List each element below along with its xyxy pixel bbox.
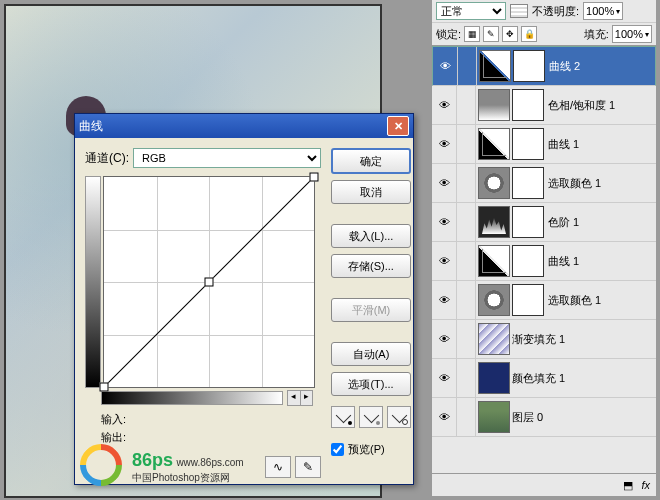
lock-pixels-icon[interactable]: ✎: [483, 26, 499, 42]
panel-menu-icon[interactable]: [510, 4, 528, 18]
layer-name: 曲线 1: [548, 254, 579, 269]
link-cell[interactable]: [457, 203, 476, 241]
visibility-eye-icon[interactable]: [432, 320, 457, 358]
watermark-brand: 86ps: [132, 450, 173, 470]
lock-transparency-icon[interactable]: ▦: [464, 26, 480, 42]
layer-row[interactable]: 选取颜色 1: [432, 281, 656, 320]
visibility-eye-icon[interactable]: [432, 164, 457, 202]
close-button[interactable]: ✕: [387, 116, 409, 136]
layer-mask-thumbnail[interactable]: [512, 284, 544, 316]
layer-row[interactable]: 曲线 2: [432, 46, 656, 86]
layer-name: 曲线 2: [549, 59, 580, 74]
visibility-eye-icon[interactable]: [432, 203, 457, 241]
gray-point-eyedropper-icon[interactable]: [359, 406, 383, 428]
link-cell[interactable]: [457, 164, 476, 202]
chevron-down-icon: ▾: [616, 7, 620, 16]
layer-mask-thumbnail[interactable]: [512, 206, 544, 238]
preview-checkbox[interactable]: 预览(P): [331, 442, 411, 457]
save-button[interactable]: 存储(S)...: [331, 254, 411, 278]
curve-point-highlight[interactable]: [310, 173, 319, 182]
load-button[interactable]: 载入(L)...: [331, 224, 411, 248]
layer-row[interactable]: 图层 0: [432, 398, 656, 437]
link-cell[interactable]: [457, 320, 476, 358]
curve-tool-icon[interactable]: ∿: [265, 456, 291, 478]
link-cell[interactable]: [457, 359, 476, 397]
opacity-value[interactable]: 100%▾: [583, 2, 623, 20]
white-point-eyedropper-icon[interactable]: [387, 406, 411, 428]
layer-row[interactable]: 选取颜色 1: [432, 164, 656, 203]
watermark-tagline: 中国Photoshop资源网: [132, 471, 244, 485]
channel-select[interactable]: RGB: [133, 148, 321, 168]
layer-mask-thumbnail[interactable]: [512, 167, 544, 199]
layer-name: 色相/饱和度 1: [548, 98, 615, 113]
chevron-down-icon: ▾: [645, 30, 649, 39]
layer-row[interactable]: 曲线 1: [432, 242, 656, 281]
lock-label: 锁定:: [436, 27, 461, 42]
preview-checkbox-input[interactable]: [331, 443, 344, 456]
layer-name: 曲线 1: [548, 137, 579, 152]
layer-row[interactable]: 色相/饱和度 1: [432, 86, 656, 125]
layer-name: 色阶 1: [548, 215, 579, 230]
link-cell[interactable]: [457, 281, 476, 319]
layer-mask-thumbnail[interactable]: [512, 89, 544, 121]
curves-grid[interactable]: [103, 176, 315, 388]
options-button[interactable]: 选项(T)...: [331, 372, 411, 396]
watermark-url: www.86ps.com: [176, 457, 243, 468]
visibility-eye-icon[interactable]: [432, 242, 457, 280]
layer-row[interactable]: 渐变填充 1: [432, 320, 656, 359]
visibility-eye-icon[interactable]: [432, 398, 457, 436]
layers-list: 曲线 2色相/饱和度 1曲线 1选取颜色 1色阶 1曲线 1选取颜色 1渐变填充…: [432, 46, 656, 472]
layer-thumbnail[interactable]: [478, 167, 510, 199]
link-cell[interactable]: [458, 47, 477, 85]
layer-mask-thumbnail[interactable]: [512, 245, 544, 277]
input-gradient: [101, 391, 283, 405]
layer-thumbnail[interactable]: [478, 206, 510, 238]
layer-name: 颜色填充 1: [512, 371, 565, 386]
layer-mask-thumbnail[interactable]: [513, 50, 545, 82]
gradient-toggle[interactable]: ◂▸: [287, 390, 313, 406]
link-cell[interactable]: [457, 125, 476, 163]
cancel-button[interactable]: 取消: [331, 180, 411, 204]
panel-footer: ⬒ fx: [432, 473, 656, 496]
input-label: 输入:: [101, 412, 321, 430]
visibility-eye-icon[interactable]: [433, 47, 458, 85]
link-layers-icon[interactable]: ⬒: [623, 479, 633, 492]
lock-position-icon[interactable]: ✥: [502, 26, 518, 42]
blend-mode-select[interactable]: 正常: [436, 2, 506, 20]
ok-button[interactable]: 确定: [331, 148, 411, 174]
layer-row[interactable]: 颜色填充 1: [432, 359, 656, 398]
black-point-eyedropper-icon[interactable]: [331, 406, 355, 428]
visibility-eye-icon[interactable]: [432, 125, 457, 163]
visibility-eye-icon[interactable]: [432, 86, 457, 124]
visibility-eye-icon[interactable]: [432, 359, 457, 397]
smooth-button: 平滑(M): [331, 298, 411, 322]
layer-thumbnail[interactable]: [478, 323, 510, 355]
layer-thumbnail[interactable]: [478, 362, 510, 394]
layer-row[interactable]: 色阶 1: [432, 203, 656, 242]
dialog-titlebar[interactable]: 曲线 ✕: [75, 114, 413, 138]
layer-thumbnail[interactable]: [478, 401, 510, 433]
layer-effects-icon[interactable]: fx: [641, 479, 650, 491]
channel-label: 通道(C):: [85, 150, 129, 167]
curve-point-mid[interactable]: [205, 278, 214, 287]
link-cell[interactable]: [457, 242, 476, 280]
link-cell[interactable]: [457, 86, 476, 124]
layer-name: 渐变填充 1: [512, 332, 565, 347]
layer-thumbnail[interactable]: [478, 89, 510, 121]
curve-point-shadow[interactable]: [100, 383, 109, 392]
layer-row[interactable]: 曲线 1: [432, 125, 656, 164]
link-cell[interactable]: [457, 398, 476, 436]
layer-mask-thumbnail[interactable]: [512, 128, 544, 160]
layer-thumbnail[interactable]: [479, 50, 511, 82]
layers-panel: 正常 不透明度: 100%▾ 锁定: ▦ ✎ ✥ 🔒 填充: 100%▾ 曲线 …: [431, 0, 656, 496]
fill-value[interactable]: 100%▾: [612, 25, 652, 43]
visibility-eye-icon[interactable]: [432, 281, 457, 319]
layer-thumbnail[interactable]: [478, 245, 510, 277]
auto-button[interactable]: 自动(A): [331, 342, 411, 366]
watermark: 86ps www.86ps.com 中国Photoshop资源网: [80, 444, 244, 490]
lock-all-icon[interactable]: 🔒: [521, 26, 537, 42]
panel-header-blend: 正常 不透明度: 100%▾: [432, 0, 656, 23]
layer-thumbnail[interactable]: [478, 128, 510, 160]
layer-thumbnail[interactable]: [478, 284, 510, 316]
pencil-tool-icon[interactable]: ✎: [295, 456, 321, 478]
